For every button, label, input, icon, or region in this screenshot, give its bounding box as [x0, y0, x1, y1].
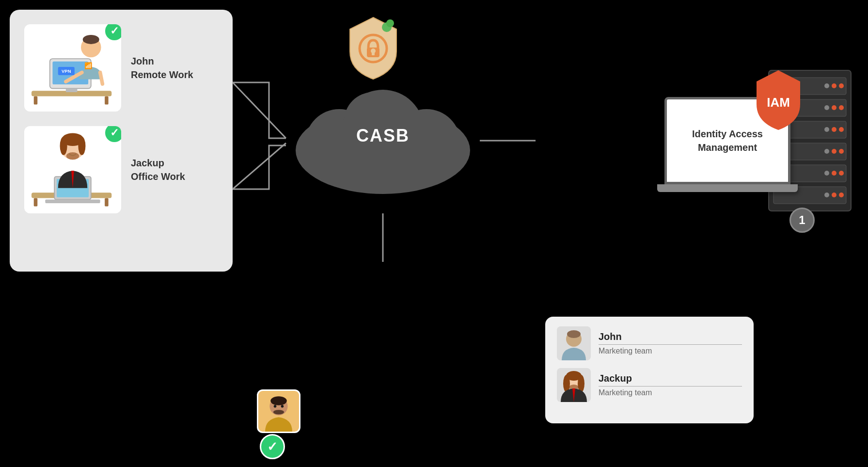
iam-number-badge: 1: [789, 208, 815, 233]
svg-point-25: [60, 137, 67, 155]
svg-point-62: [839, 193, 844, 197]
john-image-box: VPN 📶: [24, 24, 121, 112]
jackup-avatar-icon: [557, 368, 591, 402]
svg-point-58: [839, 171, 844, 176]
svg-rect-22: [45, 199, 100, 203]
svg-point-47: [824, 105, 829, 110]
svg-rect-31: [372, 51, 375, 55]
svg-point-78: [274, 405, 277, 408]
jackup-list-name: Jackup: [599, 373, 742, 386]
svg-point-45: [832, 105, 836, 110]
user-card-john: VPN 📶 John Remote Work: [24, 24, 218, 112]
floating-avatar-icon: [258, 390, 299, 433]
casb-label: CASB: [356, 126, 410, 146]
iam-shield: IAM: [752, 68, 805, 133]
main-canvas: VPN 📶 John Remote Work: [0, 0, 868, 467]
svg-point-50: [839, 127, 844, 132]
svg-point-79: [281, 405, 284, 408]
svg-point-46: [839, 105, 844, 110]
svg-point-49: [832, 127, 836, 132]
user-list-item-john: John Marketing team: [557, 326, 742, 360]
left-panel: VPN 📶 John Remote Work: [10, 10, 233, 272]
jackup-avatar: [557, 368, 591, 402]
john-info: John Marketing team: [599, 331, 742, 355]
svg-point-59: [824, 171, 829, 176]
john-avatar: [557, 326, 591, 360]
svg-line-0: [233, 82, 286, 138]
users-list-container: John Marketing team: [545, 317, 754, 423]
jackup-list-team: Marketing team: [599, 388, 742, 397]
svg-text:VPN: VPN: [62, 68, 71, 74]
svg-rect-18: [34, 198, 38, 207]
jackup-image-box: [24, 126, 121, 213]
svg-point-54: [839, 149, 844, 154]
svg-point-77: [273, 410, 284, 414]
svg-point-26: [78, 137, 85, 155]
john-avatar-icon: [557, 326, 591, 360]
svg-point-42: [839, 83, 844, 88]
users-list-check-badge: [260, 434, 285, 459]
svg-rect-9: [66, 89, 78, 93]
svg-rect-5: [34, 97, 38, 105]
jackup-info: Jackup Marketing team: [599, 373, 742, 397]
svg-point-67: [567, 330, 581, 338]
user-list-item-jackup: Jackup Marketing team: [557, 368, 742, 402]
svg-point-53: [832, 149, 836, 154]
svg-point-41: [832, 83, 836, 88]
svg-point-51: [824, 127, 829, 132]
iam-container: Identity Access Management IAM 1: [655, 58, 839, 242]
jackup-office-illustration: [27, 129, 119, 211]
jackup-label: Jackup Office Work: [131, 156, 185, 183]
john-label: John Remote Work: [131, 54, 193, 81]
svg-text:📶: 📶: [84, 62, 93, 70]
svg-point-57: [832, 171, 836, 176]
svg-line-1: [233, 143, 286, 189]
svg-rect-19: [105, 198, 109, 207]
svg-point-43: [824, 83, 829, 88]
svg-text:IAM: IAM: [767, 95, 790, 110]
svg-point-55: [824, 149, 829, 154]
john-list-team: Marketing team: [599, 347, 742, 355]
john-remote-illustration: VPN 📶: [27, 27, 119, 109]
user-card-jackup: Jackup Office Work: [24, 126, 218, 213]
svg-point-63: [824, 193, 829, 197]
john-list-name: John: [599, 331, 742, 345]
svg-line-13: [100, 72, 103, 84]
floating-avatar: [257, 389, 300, 433]
svg-rect-6: [105, 97, 109, 105]
iam-shield-icon: IAM: [752, 68, 805, 131]
svg-point-11: [83, 35, 99, 44]
casb-cloud-container: CASB: [281, 68, 485, 204]
svg-point-61: [832, 193, 836, 197]
svg-point-33: [386, 19, 394, 27]
svg-point-76: [270, 396, 287, 405]
laptop-base: [657, 184, 798, 192]
